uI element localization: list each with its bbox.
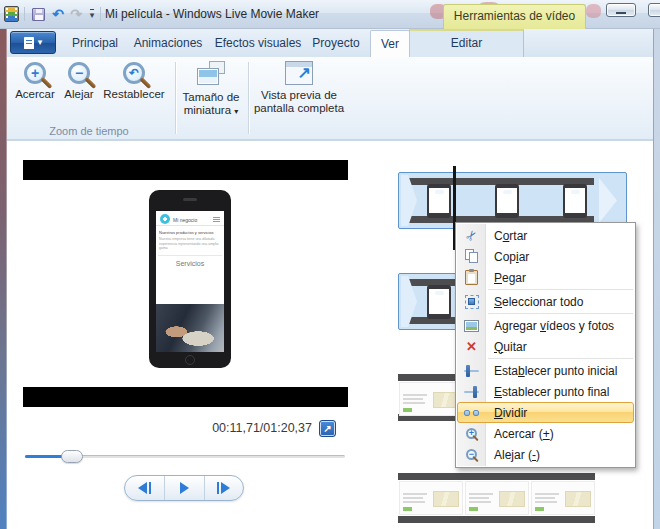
- undo-icon: ↶: [52, 7, 64, 21]
- clip-frame-thumbnail: [399, 481, 463, 515]
- phone-site-header: Mi negocio: [156, 211, 224, 226]
- maximize-button[interactable]: [648, 3, 660, 17]
- redo-button[interactable]: ↷: [67, 5, 85, 23]
- fullscreen-preview-button[interactable]: ↗ Vista previa de pantalla completa: [253, 61, 345, 115]
- remove-icon: ✕: [462, 337, 481, 356]
- clip-end-zone: [595, 174, 625, 227]
- site-body-line: Nuestra empresa tiene una dilatada: [159, 237, 221, 242]
- menu-item-quitar[interactable]: ✕ Quitar: [456, 336, 635, 357]
- menu-separator: [488, 313, 633, 314]
- paste-icon: [462, 268, 481, 287]
- cut-icon: ✂: [462, 226, 481, 245]
- playback-controls: [124, 475, 244, 501]
- tab-ver-active[interactable]: Ver: [370, 30, 410, 58]
- tab-principal[interactable]: Principal: [66, 29, 124, 57]
- title-bar: ↶ ↷ ▾ Mi película - Windows Live Movie M…: [0, 0, 660, 29]
- letterbox-bar-bottom: [23, 387, 348, 407]
- play-icon: [180, 482, 189, 494]
- phone-screen: Mi negocio Nuestros productos y servicio…: [156, 211, 224, 352]
- next-frame-button[interactable]: [204, 476, 243, 500]
- menu-item-establecer-punto-final[interactable]: Establecer punto final: [456, 381, 635, 402]
- clip-frame-thumbnail: [399, 382, 463, 416]
- contextual-tools-label: Herramientas de vídeo: [443, 4, 586, 29]
- zoom-in-icon: +: [462, 424, 481, 443]
- redo-icon: ↷: [70, 7, 82, 21]
- tab-editar[interactable]: Editar: [409, 29, 524, 57]
- clip-frame-thumbnail: [563, 184, 587, 218]
- tab-animaciones[interactable]: Animaciones: [128, 29, 208, 57]
- zoom-out-icon: −: [68, 62, 90, 84]
- undo-button[interactable]: ↶: [49, 5, 67, 23]
- site-photo: [156, 304, 224, 352]
- chevron-down-icon: ▾: [90, 9, 95, 20]
- tab-efectos-visuales[interactable]: Efectos visuales: [212, 29, 304, 57]
- clip-letterbox-bottom: [398, 516, 595, 523]
- menu-item-alejar[interactable]: − Alejar (-): [456, 444, 635, 465]
- app-logo-film-icon: [4, 6, 19, 22]
- seek-slider-thumb[interactable]: [61, 450, 83, 463]
- minimize-button[interactable]: [606, 3, 636, 17]
- save-icon: [32, 8, 45, 21]
- chevron-down-icon: ▾: [234, 107, 238, 116]
- clip-frame-thumbnail: [427, 184, 451, 218]
- fullscreen-preview-label-line2: pantalla completa: [254, 102, 344, 114]
- zoom-in-icon: +: [24, 62, 46, 84]
- tab-proyecto[interactable]: Proyecto: [306, 29, 366, 57]
- thumbnail-size-label-line2: miniatura: [184, 104, 231, 116]
- play-button[interactable]: [164, 476, 203, 500]
- phone-speaker: [183, 198, 197, 201]
- app-menu-button[interactable]: ▾: [10, 31, 56, 54]
- previous-frame-icon: [138, 482, 147, 494]
- fullscreen-preview-label-line1: Vista previa de: [261, 89, 337, 101]
- thumbnail-size-button[interactable]: Tamaño de miniatura ▾: [180, 61, 242, 118]
- zoom-in-button[interactable]: + Acercar: [12, 61, 58, 101]
- playback-timestamp: 00:11,71/01:20,37: [180, 421, 312, 435]
- menu-item-establecer-punto-inicial[interactable]: Establecer punto inicial: [456, 360, 635, 381]
- site-logo-icon: [160, 214, 170, 224]
- menu-item-agregar-videos-y-fotos[interactable]: Agregar vídeos y fotos: [456, 315, 635, 336]
- previous-frame-button[interactable]: [125, 476, 164, 500]
- divider: [24, 7, 25, 21]
- zoom-reset-button[interactable]: ↶ Restablecer: [96, 61, 172, 101]
- storyboard-clip-selected-1[interactable]: [398, 172, 627, 229]
- menu-item-cortar[interactable]: ✂ Cortar: [456, 225, 635, 246]
- thumbnail-size-label-line1: Tamaño de: [183, 91, 240, 103]
- movie-maker-window: ↶ ↷ ▾ Mi película - Windows Live Movie M…: [0, 0, 660, 529]
- clip-frame-thumbnail: [531, 481, 595, 515]
- window-border-right: [653, 29, 660, 529]
- site-body-line: gama: [159, 246, 221, 251]
- clip-letterbox-top: [398, 473, 595, 480]
- letterbox-bar-top: [23, 160, 348, 180]
- add-photos-icon: [462, 316, 481, 335]
- fullscreen-toggle-button[interactable]: ↗: [319, 420, 336, 437]
- zoom-out-button[interactable]: − Alejar: [60, 61, 98, 101]
- save-button[interactable]: [29, 5, 47, 23]
- zoom-reset-icon: ↶: [123, 62, 145, 84]
- menu-item-seleccionar-todo[interactable]: Seleccionar todo: [456, 291, 635, 312]
- clip-frame-thumbnail: [427, 285, 451, 319]
- menu-item-acercar[interactable]: + Acercar (+): [456, 423, 635, 444]
- set-start-point-icon: [462, 361, 481, 380]
- menu-item-dividir-highlighted[interactable]: Dividir: [456, 402, 635, 423]
- customize-toolbar-button[interactable]: ▾: [85, 5, 99, 23]
- storyboard-clip-4[interactable]: [398, 472, 595, 524]
- ribbon-separator: [248, 62, 249, 134]
- window-title: Mi película - Windows Live Movie Maker: [105, 7, 319, 21]
- site-body-line: experiencia representando una amplia: [159, 242, 221, 247]
- menu-separator: [488, 289, 633, 290]
- menu-item-copiar[interactable]: Copiar: [456, 246, 635, 267]
- phone-home-button: [185, 355, 195, 365]
- split-icon: [462, 403, 481, 422]
- zoom-out-label: Alejar: [60, 88, 98, 101]
- group-label-zoom-de-tiempo: Zoom de tiempo: [10, 125, 168, 137]
- menu-item-pegar[interactable]: Pegar: [456, 267, 635, 288]
- site-section-title: Servicios: [156, 260, 224, 267]
- context-menu: ✂ Cortar Copiar Pegar Seleccionar todo A…: [455, 222, 636, 468]
- chevron-down-icon: ▾: [38, 38, 43, 47]
- previous-frame-icon-bar: [149, 482, 151, 494]
- site-brand: Mi negocio: [173, 217, 197, 223]
- zoom-reset-label: Restablecer: [96, 88, 172, 101]
- document-icon: [24, 37, 34, 49]
- zoom-in-label: Acercar: [12, 88, 58, 101]
- minimize-icon: [616, 12, 626, 14]
